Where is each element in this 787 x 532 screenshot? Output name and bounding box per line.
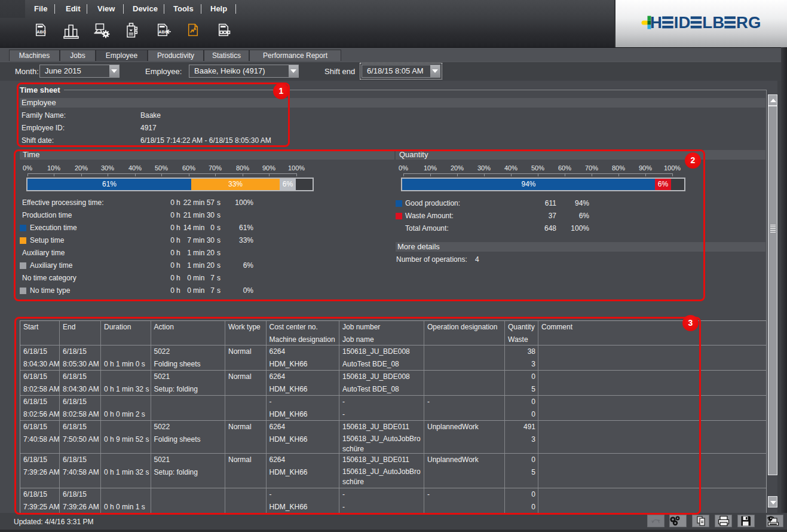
svg-text:D: D — [679, 13, 691, 32]
svg-text:H: H — [650, 13, 662, 32]
svg-text:B: B — [712, 13, 724, 32]
svg-text:I: I — [674, 13, 679, 32]
svg-text:ABC: ABC — [36, 29, 47, 35]
svg-text:G: G — [748, 13, 761, 32]
svg-text:R: R — [736, 13, 748, 32]
svg-text:L: L — [702, 13, 712, 32]
